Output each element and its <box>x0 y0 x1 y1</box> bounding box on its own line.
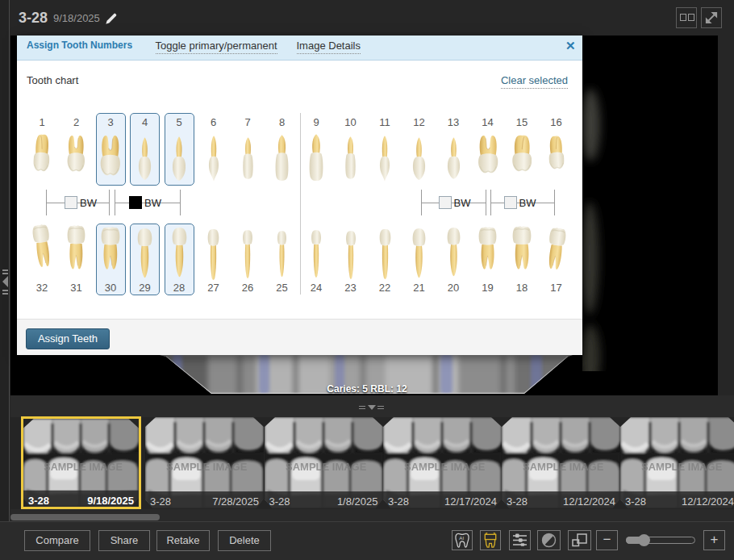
svg-text:SAMPLE IMAGE: SAMPLE IMAGE <box>523 461 604 473</box>
svg-text:AI: AI <box>459 535 464 541</box>
svg-text:SAMPLE IMAGE: SAMPLE IMAGE <box>641 461 723 473</box>
svg-text:SAMPLE IMAGE: SAMPLE IMAGE <box>166 461 248 473</box>
svg-text:SAMPLE IMAGE: SAMPLE IMAGE <box>286 461 367 473</box>
svg-text:SAMPLE IMAGE: SAMPLE IMAGE <box>44 462 123 473</box>
svg-text:SAMPLE IMAGE: SAMPLE IMAGE <box>404 461 486 473</box>
